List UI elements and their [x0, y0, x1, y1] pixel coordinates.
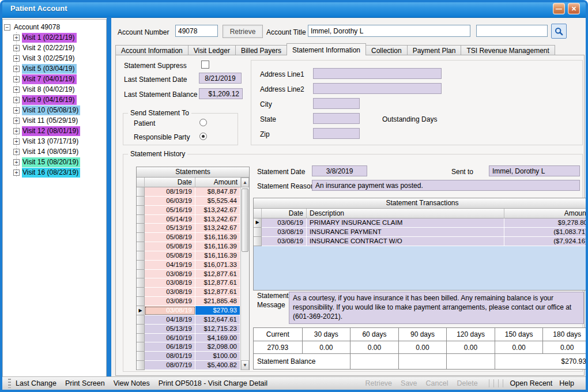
statement-date-cell: 05/14/19 [145, 215, 195, 224]
row-marker-icon [137, 325, 145, 334]
statement-row[interactable]: 05/14/19 $13,242.67 [137, 215, 240, 224]
tree-root-label: Account 49078 [13, 22, 62, 32]
tree-item-visit[interactable]: + Visit 13 (07/17/19) [13, 136, 105, 146]
statement-reason-label: Statement Reason [257, 182, 314, 190]
tab[interactable]: Account Information [115, 45, 189, 55]
statement-row[interactable]: 08/01/19 $100.00 [137, 352, 240, 361]
statement-row[interactable]: 06/18/19 $2,098.00 [137, 342, 240, 352]
statement-balance-row: Statement Balance $270.93 [254, 353, 588, 369]
statement-amount-cell: $4,169.00 [195, 334, 240, 343]
tab[interactable]: Billed Payers [235, 45, 287, 55]
expand-icon[interactable]: + [13, 169, 20, 176]
statement-row[interactable]: 05/13/19 $12,715.23 [137, 325, 240, 334]
tree-item-visit[interactable]: + Visit 12 (08/01/19) [13, 126, 105, 136]
statement-suppress-checkbox[interactable] [201, 61, 209, 69]
tree-item-visit[interactable]: + Visit 1 (02/21/19) [13, 32, 105, 43]
expand-icon[interactable]: + [13, 35, 20, 41]
tree-item-visit[interactable]: + Visit 8 (04/02/19) [13, 84, 105, 95]
transaction-row[interactable]: 03/08/19 INSURANCE PAYMENT ($1,083.71) [254, 228, 588, 237]
tab[interactable]: Collection [365, 45, 408, 55]
expand-icon[interactable]: + [13, 55, 20, 62]
statement-row[interactable]: 06/03/19 $5,525.44 [137, 197, 240, 206]
minimize-icon[interactable]: — [553, 3, 565, 14]
statement-row[interactable]: ▶ 03/08/19 $270.93 [137, 306, 240, 315]
statusbar-command[interactable]: Print Screen [65, 379, 105, 387]
statement-row[interactable]: 08/07/19 $5,400.82 [137, 361, 240, 370]
responsible-party-radio[interactable] [199, 133, 207, 140]
statusbar-command[interactable]: Print OP5018 - Visit Charge Detail [159, 379, 267, 387]
expand-icon[interactable]: + [13, 138, 20, 145]
tree-item-visit[interactable]: + Visit 15 (08/20/19) [13, 157, 105, 167]
tab[interactable]: Statement Information [287, 43, 366, 55]
statements-scrollbar[interactable]: ▲ ▼ [240, 178, 249, 370]
tree-item-visit[interactable]: + Visit 7 (04/01/19) [13, 74, 105, 84]
transaction-row[interactable]: 03/08/19 INSURANCE CONTRACT W/O ($7,924.… [254, 237, 588, 246]
search-button[interactable] [551, 24, 567, 39]
patient-radio[interactable] [199, 119, 207, 126]
statement-row[interactable]: 08/19/19 $8,847.87 [137, 187, 240, 197]
row-marker-icon [137, 224, 145, 233]
statusbar-command[interactable]: Help [559, 379, 574, 387]
statement-row[interactable]: 05/08/19 $16,116.39 [137, 233, 240, 242]
expand-icon[interactable]: + [13, 159, 20, 165]
aging-table: Current30 days60 days90 days120 days150 … [253, 327, 588, 370]
statement-row[interactable]: 03/08/19 $12,877.61 [137, 270, 240, 279]
expand-icon[interactable]: + [13, 97, 20, 103]
scroll-down-icon[interactable]: ▼ [241, 360, 249, 370]
statement-row[interactable]: 04/19/19 $16,071.33 [137, 261, 240, 270]
transaction-row[interactable]: ▶ 03/06/19 PRIMARY INSURANCE CLAIM $9,27… [254, 218, 588, 228]
statusbar-right: Open RecentHelp [510, 379, 581, 387]
collapse-icon[interactable]: − [4, 24, 10, 31]
expand-icon[interactable]: + [13, 66, 20, 72]
account-number-input[interactable] [175, 25, 218, 37]
statement-row[interactable]: 03/08/19 $12,877.61 [137, 288, 240, 297]
retrieve-button[interactable]: Retrieve [223, 25, 263, 38]
expand-icon[interactable]: + [13, 86, 20, 93]
expand-icon[interactable]: + [13, 45, 20, 51]
statusbar-command[interactable]: View Notes [114, 379, 150, 387]
tree-item-visit[interactable]: + Visit 16 (08/23/19) [13, 167, 105, 178]
tree-item-label: Visit 3 (02/25/19) [22, 54, 77, 63]
statement-row[interactable]: 04/18/19 $12,647.61 [137, 315, 240, 325]
tab[interactable]: Visit Ledger [188, 45, 236, 55]
expand-icon[interactable]: + [13, 76, 20, 82]
tree-item-visit[interactable]: + Visit 11 (05/29/19) [13, 115, 105, 126]
tab[interactable]: TSI Revenue Management [461, 45, 555, 55]
statement-row[interactable]: 05/13/19 $13,242.67 [137, 224, 240, 233]
expand-icon[interactable]: + [13, 128, 20, 134]
statement-row[interactable]: 06/10/19 $4,169.00 [137, 334, 240, 343]
statusbar-command[interactable]: Last Change [16, 379, 56, 387]
scroll-up-icon[interactable]: ▲ [241, 178, 249, 187]
statement-row[interactable]: 03/08/19 $21,885.48 [137, 297, 240, 306]
search-input[interactable] [476, 25, 548, 37]
tree-item-label: Visit 8 (04/02/19) [22, 85, 77, 95]
expand-icon[interactable]: + [13, 149, 20, 155]
tree-item-visit[interactable]: + Visit 3 (02/25/19) [13, 53, 105, 63]
tab[interactable]: Payment Plan [407, 45, 462, 55]
statement-history-label: Statement History [128, 150, 187, 158]
statement-date-cell: 06/03/19 [145, 197, 195, 206]
tree-item-label: Visit 2 (02/22/19) [22, 43, 77, 53]
status-bar: Last ChangePrint ScreenView NotesPrint O… [2, 376, 586, 390]
address-group: Address Line1 Address Line2 City State O… [251, 60, 583, 145]
statement-row[interactable]: 03/08/19 $12,877.61 [137, 278, 240, 288]
statement-amount-cell: $12,877.61 [195, 270, 240, 279]
outstanding-days-label: Outstanding Days [382, 115, 437, 123]
scrollbar-thumb[interactable] [242, 189, 248, 252]
statusbar-command[interactable]: Open Recent [510, 379, 553, 387]
account-title-input[interactable] [308, 25, 470, 37]
statement-row[interactable]: 05/08/19 $16,116.39 [137, 251, 240, 261]
statement-row[interactable]: 05/08/19 $16,116.39 [137, 242, 240, 251]
tree-item-visit[interactable]: + Visit 14 (08/09/19) [13, 146, 105, 157]
tree-splitter[interactable] [107, 17, 111, 378]
tree-item-visit[interactable]: + Visit 2 (02/22/19) [13, 43, 105, 53]
expand-icon[interactable]: + [13, 118, 20, 124]
tree-item-visit[interactable]: + Visit 10 (05/08/19) [13, 105, 105, 115]
statement-row[interactable]: 05/16/19 $13,242.67 [137, 206, 240, 215]
tree-root-account[interactable]: − Account 49078 [4, 22, 105, 32]
tree-item-visit[interactable]: + Visit 9 (04/16/19) [13, 95, 105, 105]
tree-item-visit[interactable]: + Visit 5 (03/04/19) [13, 63, 105, 74]
close-icon[interactable]: ✕ [568, 3, 580, 14]
city-label: City [260, 100, 272, 108]
expand-icon[interactable]: + [13, 107, 20, 114]
